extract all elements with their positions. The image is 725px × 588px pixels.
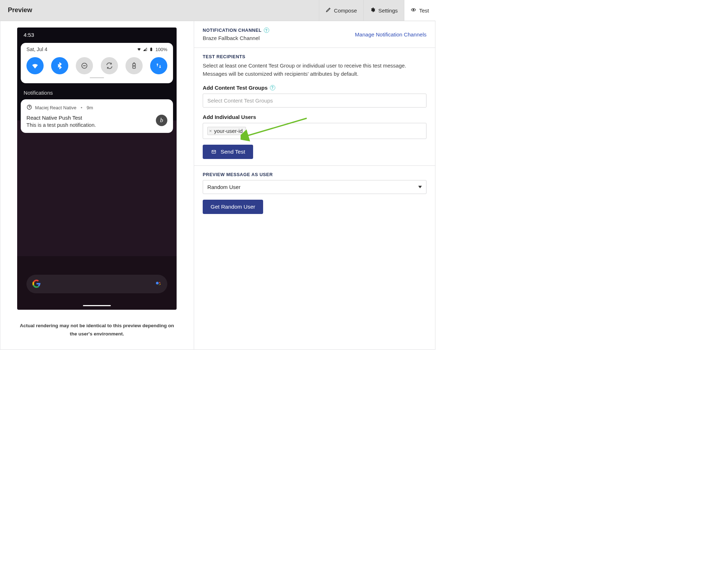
toggle-data — [150, 57, 167, 74]
home-indicator — [83, 305, 111, 306]
notifications-heading: Notifications — [24, 90, 170, 96]
phone-mock: 4:53 Sat, Jul 4 100% — [17, 28, 177, 310]
preview-pane: 4:53 Sat, Jul 4 100% — [0, 21, 194, 349]
quick-settings-panel: Sat, Jul 4 100% — [21, 43, 173, 83]
channel-value: Braze Fallback Channel — [203, 35, 269, 41]
caret-down-icon — [418, 186, 422, 188]
svg-rect-2 — [151, 48, 152, 48]
users-field-label: Add Individual Users — [203, 114, 426, 120]
notification-app-name: Maciej React Native — [35, 105, 77, 110]
gear-icon — [370, 7, 375, 14]
eye-icon — [411, 7, 416, 14]
toggle-bluetooth — [51, 57, 68, 74]
selected-option: Random User — [207, 184, 241, 190]
assistant-icon — [155, 280, 162, 288]
button-label: Send Test — [221, 149, 245, 155]
send-test-button[interactable]: Send Test — [203, 145, 253, 159]
google-logo-icon — [32, 279, 41, 289]
main-split: 4:53 Sat, Jul 4 100% — [0, 21, 435, 350]
app-badge-icon — [26, 104, 32, 111]
tab-label: Settings — [378, 8, 398, 14]
notification-age: 9m — [87, 105, 93, 110]
preview-as-heading: Preview Message As User — [203, 172, 426, 177]
remove-chip-icon[interactable]: × — [209, 129, 213, 133]
content-test-groups-input[interactable]: Select Content Test Groups — [203, 94, 426, 108]
notification-body: This is a test push notification. — [26, 122, 96, 128]
section-test-recipients: Test Recipients Select at least one Cont… — [194, 48, 435, 166]
individual-users-input[interactable]: × your-user-id — [203, 123, 426, 139]
help-icon[interactable]: ? — [270, 85, 275, 90]
home-search-pill — [26, 275, 167, 293]
tab-test[interactable]: Test — [404, 0, 435, 21]
svg-rect-1 — [150, 48, 152, 51]
chip-label: your-user-id — [214, 128, 243, 134]
section-notification-channel: Notification Channel ? Braze Fallback Ch… — [194, 21, 435, 48]
config-pane: Notification Channel ? Braze Fallback Ch… — [194, 21, 435, 349]
svg-point-8 — [160, 284, 161, 284]
wifi-icon — [137, 47, 142, 51]
recipients-description: Select at least one Content Test Group o… — [203, 61, 426, 78]
notification-card: Maciej React Native 9m React Native Push… — [21, 99, 173, 133]
svg-point-9 — [159, 284, 159, 285]
user-chip[interactable]: × your-user-id — [207, 127, 246, 135]
preview-caption: Actual rendering may not be identical to… — [10, 322, 183, 338]
toggle-autorotate — [101, 57, 118, 74]
tab-compose[interactable]: Compose — [319, 0, 363, 21]
signal-icon — [143, 47, 148, 51]
help-icon[interactable]: ? — [264, 28, 269, 33]
notification-title: React Native Push Test — [26, 115, 96, 121]
preview-user-select[interactable]: Random User — [203, 180, 426, 194]
battery-icon — [149, 47, 154, 51]
recipients-heading: Test Recipients — [203, 54, 426, 59]
manage-channels-link[interactable]: Manage Notification Channels — [355, 31, 426, 38]
drag-handle — [90, 77, 104, 78]
groups-field-label: Add Content Test Groups ? — [203, 85, 426, 91]
phone-date: Sat, Jul 4 — [26, 46, 47, 52]
section-preview-as-user: Preview Message As User Random User Get … — [194, 166, 435, 220]
toggle-wifi — [26, 57, 44, 74]
phone-clock: 4:53 — [17, 28, 177, 40]
button-label: Get Random User — [211, 204, 255, 210]
svg-point-0 — [413, 9, 414, 10]
channel-heading: Notification Channel ? — [203, 28, 269, 33]
separator-dot — [79, 105, 84, 110]
get-random-user-button[interactable]: Get Random User — [203, 200, 263, 214]
pencil-icon — [326, 7, 331, 14]
tab-label: Test — [419, 8, 429, 14]
tab-label: Compose — [334, 8, 357, 14]
page-title: Preview — [0, 0, 40, 21]
battery-percent: 100% — [156, 47, 167, 52]
status-icons: 100% — [137, 47, 167, 52]
notification-large-icon: b — [156, 115, 167, 126]
svg-point-7 — [159, 282, 160, 283]
toggle-dnd — [76, 57, 93, 74]
svg-point-6 — [156, 281, 159, 284]
tab-settings[interactable]: Settings — [363, 0, 404, 21]
top-bar: Preview Compose Settings Test — [0, 0, 435, 21]
toggle-batterysaver — [125, 57, 143, 74]
